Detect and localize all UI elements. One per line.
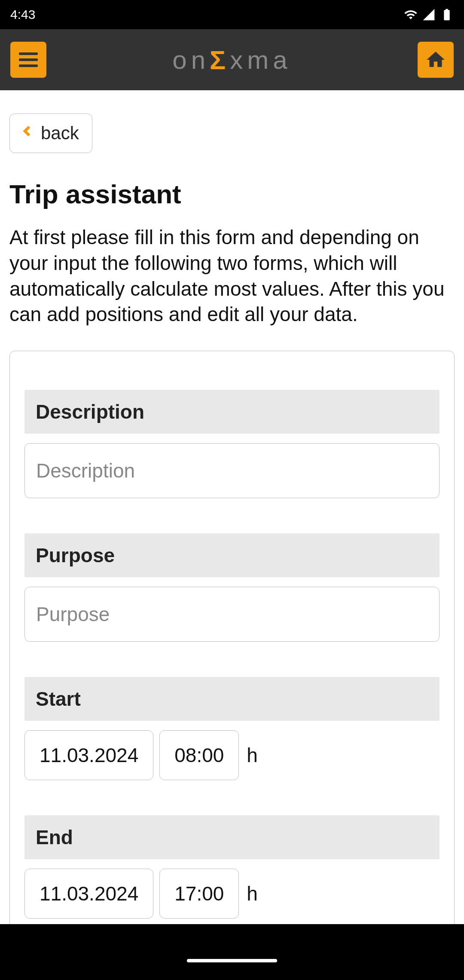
start-date-input[interactable]: 11.03.2024 bbox=[24, 730, 153, 780]
hamburger-icon bbox=[19, 52, 38, 67]
status-icons bbox=[404, 8, 454, 21]
home-icon bbox=[425, 49, 446, 70]
signal-icon bbox=[422, 8, 436, 21]
start-group: Start 11.03.2024 08:00 h bbox=[24, 677, 440, 780]
purpose-label: Purpose bbox=[24, 533, 440, 577]
content-area: back Trip assistant At first please fill… bbox=[0, 90, 464, 924]
start-unit: h bbox=[247, 744, 258, 767]
app-header: onΣxma bbox=[0, 29, 464, 90]
end-label: End bbox=[24, 815, 440, 859]
end-date-input[interactable]: 11.03.2024 bbox=[24, 869, 153, 919]
battery-icon bbox=[440, 8, 454, 21]
end-unit: h bbox=[247, 882, 258, 905]
page-title: Trip assistant bbox=[9, 179, 455, 209]
app-logo: onΣxma bbox=[172, 45, 291, 75]
system-nav-bar bbox=[0, 924, 464, 980]
chevron-left-icon bbox=[18, 120, 36, 147]
description-label: Description bbox=[24, 390, 440, 434]
description-group: Description bbox=[24, 390, 440, 498]
status-time: 4:43 bbox=[10, 7, 35, 22]
logo-part1: on bbox=[172, 45, 210, 75]
intro-text: At first please fill in this form and de… bbox=[9, 225, 455, 328]
end-time-input[interactable]: 17:00 bbox=[159, 869, 239, 919]
back-label: back bbox=[41, 123, 79, 144]
purpose-group: Purpose bbox=[24, 533, 440, 642]
menu-button[interactable] bbox=[10, 42, 46, 78]
status-bar: 4:43 bbox=[0, 0, 464, 29]
start-time-input[interactable]: 08:00 bbox=[159, 730, 239, 780]
nav-indicator[interactable] bbox=[187, 959, 277, 962]
logo-sigma: Σ bbox=[210, 45, 230, 75]
logo-part2: xma bbox=[230, 45, 291, 75]
description-input[interactable] bbox=[24, 443, 440, 498]
start-datetime-row: 11.03.2024 08:00 h bbox=[24, 730, 440, 780]
home-button[interactable] bbox=[418, 42, 454, 78]
start-label: Start bbox=[24, 677, 440, 721]
end-datetime-row: 11.03.2024 17:00 h bbox=[24, 869, 440, 919]
wifi-icon bbox=[404, 8, 418, 21]
back-button[interactable]: back bbox=[9, 113, 92, 153]
end-group: End 11.03.2024 17:00 h bbox=[24, 815, 440, 919]
form-card: Description Purpose Start 11.03.2024 08:… bbox=[9, 351, 455, 924]
purpose-input[interactable] bbox=[24, 587, 440, 642]
